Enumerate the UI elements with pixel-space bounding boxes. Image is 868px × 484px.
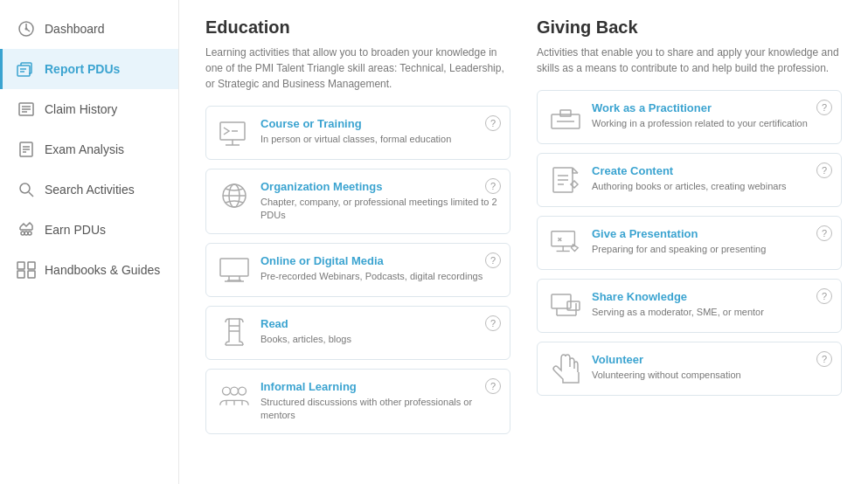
volunteer-help-icon[interactable]: ? [816, 351, 832, 367]
card-work-practitioner[interactable]: Work as a Practitioner Working in a prof… [537, 90, 842, 144]
svg-point-39 [239, 387, 247, 395]
card-read-title: Read [260, 317, 497, 330]
card-give-presentation[interactable]: Give a Presentation Preparing for and sp… [537, 216, 842, 270]
sidebar-item-dashboard[interactable]: Dashboard [0, 9, 178, 49]
card-course-training-title: Course or Training [260, 117, 497, 130]
sidebar-item-claim-history[interactable]: Claim History [0, 89, 178, 129]
card-work-practitioner-title: Work as a Practitioner [592, 101, 829, 114]
card-read-desc: Books, articles, blogs [260, 333, 497, 346]
read-icon [219, 317, 250, 349]
svg-rect-21 [17, 262, 24, 269]
education-cards: Course or Training In person or virtual … [205, 106, 510, 434]
svg-line-14 [29, 192, 33, 197]
education-title: Education [205, 17, 510, 38]
card-online-digital-body: Online or Digital Media Pre-recorded Web… [260, 254, 497, 283]
card-create-content[interactable]: Create Content Authoring books or articl… [537, 153, 842, 207]
course-training-icon [219, 117, 250, 149]
card-course-training-desc: In person or virtual classes, formal edu… [260, 133, 497, 146]
share-knowledge-help-icon[interactable]: ? [816, 288, 832, 304]
card-create-content-title: Create Content [592, 164, 829, 177]
sidebar: Dashboard Report PDUs Claim History [0, 0, 179, 484]
svg-rect-23 [17, 271, 24, 278]
svg-rect-50 [552, 232, 575, 246]
course-training-help-icon[interactable]: ? [485, 115, 501, 131]
card-online-digital-title: Online or Digital Media [260, 254, 497, 267]
card-volunteer[interactable]: Volunteer Volunteering without compensat… [537, 342, 842, 396]
sidebar-item-earn-pdus-label: Earn PDUs [45, 223, 106, 237]
card-org-meetings-desc: Chapter, company, or professional meetin… [260, 196, 497, 223]
sidebar-item-dashboard-label: Dashboard [45, 22, 105, 36]
volunteer-icon [550, 353, 581, 384]
card-volunteer-title: Volunteer [592, 353, 829, 366]
card-informal-learning-title: Informal Learning [260, 380, 497, 393]
create-content-help-icon[interactable]: ? [816, 162, 832, 178]
online-digital-help-icon[interactable]: ? [485, 252, 501, 268]
card-course-training-body: Course or Training In person or virtual … [260, 117, 497, 146]
svg-point-13 [20, 183, 30, 193]
read-help-icon[interactable]: ? [485, 315, 501, 331]
card-informal-learning-desc: Structured discussions with other profes… [260, 396, 497, 423]
create-content-icon [550, 164, 581, 196]
svg-point-37 [223, 387, 231, 395]
sidebar-item-search-activities[interactable]: Search Activities [0, 169, 178, 210]
main-content: Education Learning activities that allow… [179, 0, 868, 484]
earn-pdus-icon [17, 220, 36, 239]
svg-rect-24 [28, 271, 35, 278]
card-share-knowledge[interactable]: Share Knowledge Serving as a moderator, … [537, 279, 842, 333]
sidebar-item-report-pdus[interactable]: Report PDUs [0, 49, 178, 89]
card-work-practitioner-body: Work as a Practitioner Working in a prof… [592, 101, 829, 130]
exam-analysis-icon [17, 140, 36, 159]
card-give-presentation-desc: Preparing for and speaking or presenting [592, 243, 829, 256]
give-presentation-icon [550, 227, 581, 259]
search-icon [17, 180, 36, 199]
card-org-meetings-title: Organization Meetings [260, 180, 497, 193]
org-meetings-icon [219, 180, 250, 211]
svg-rect-44 [560, 110, 571, 116]
giving-back-section: Giving Back Activities that enable you t… [537, 17, 842, 467]
sidebar-item-exam-analysis[interactable]: Exam Analysis [0, 129, 178, 169]
give-presentation-help-icon[interactable]: ? [816, 225, 832, 241]
card-informal-learning-body: Informal Learning Structured discussions… [260, 380, 497, 423]
informal-learning-icon [219, 380, 250, 411]
card-share-knowledge-title: Share Knowledge [592, 290, 829, 303]
online-digital-icon [219, 254, 250, 286]
svg-rect-2 [17, 66, 30, 76]
card-give-presentation-body: Give a Presentation Preparing for and sp… [592, 227, 829, 256]
card-org-meetings[interactable]: Organization Meetings Chapter, company, … [205, 169, 510, 234]
svg-point-38 [231, 387, 239, 395]
svg-rect-22 [28, 262, 35, 269]
dashboard-icon [17, 19, 36, 38]
informal-learning-help-icon[interactable]: ? [485, 378, 501, 394]
education-description: Learning activities that allow you to br… [205, 45, 510, 92]
share-knowledge-icon [550, 290, 581, 322]
card-online-digital-desc: Pre-recorded Webinars, Podcasts, digital… [260, 270, 497, 283]
org-meetings-help-icon[interactable]: ? [485, 178, 501, 194]
card-volunteer-body: Volunteer Volunteering without compensat… [592, 353, 829, 382]
handbooks-icon [17, 260, 36, 280]
card-create-content-body: Create Content Authoring books or articl… [592, 164, 829, 193]
sidebar-item-search-activities-label: Search Activities [45, 183, 135, 197]
sidebar-item-claim-history-label: Claim History [45, 102, 117, 116]
sidebar-item-handbooks-guides-label: Handbooks & Guides [45, 263, 160, 277]
sidebar-item-report-pdus-label: Report PDUs [45, 62, 120, 76]
card-share-knowledge-desc: Serving as a moderator, SME, or mentor [592, 306, 829, 319]
svg-rect-32 [220, 259, 248, 276]
card-online-digital[interactable]: Online or Digital Media Pre-recorded Web… [205, 243, 510, 297]
giving-back-description: Activities that enable you to share and … [537, 45, 842, 76]
card-create-content-desc: Authoring books or articles, creating we… [592, 180, 829, 193]
work-practitioner-icon [550, 101, 581, 133]
sidebar-item-handbooks-guides[interactable]: Handbooks & Guides [0, 250, 178, 290]
card-read[interactable]: Read Books, articles, blogs ? [205, 306, 510, 360]
giving-back-title: Giving Back [537, 17, 842, 38]
card-work-practitioner-desc: Working in a profession related to your … [592, 117, 829, 130]
svg-point-1 [25, 28, 28, 31]
report-pdus-icon [17, 59, 36, 79]
giving-back-cards: Work as a Practitioner Working in a prof… [537, 90, 842, 396]
sidebar-item-earn-pdus[interactable]: Earn PDUs [0, 210, 178, 250]
card-read-body: Read Books, articles, blogs [260, 317, 497, 346]
card-share-knowledge-body: Share Knowledge Serving as a moderator, … [592, 290, 829, 319]
work-practitioner-help-icon[interactable]: ? [816, 100, 832, 115]
card-informal-learning[interactable]: Informal Learning Structured discussions… [205, 369, 510, 434]
card-volunteer-desc: Volunteering without compensation [592, 369, 829, 382]
card-course-training[interactable]: Course or Training In person or virtual … [205, 106, 510, 160]
